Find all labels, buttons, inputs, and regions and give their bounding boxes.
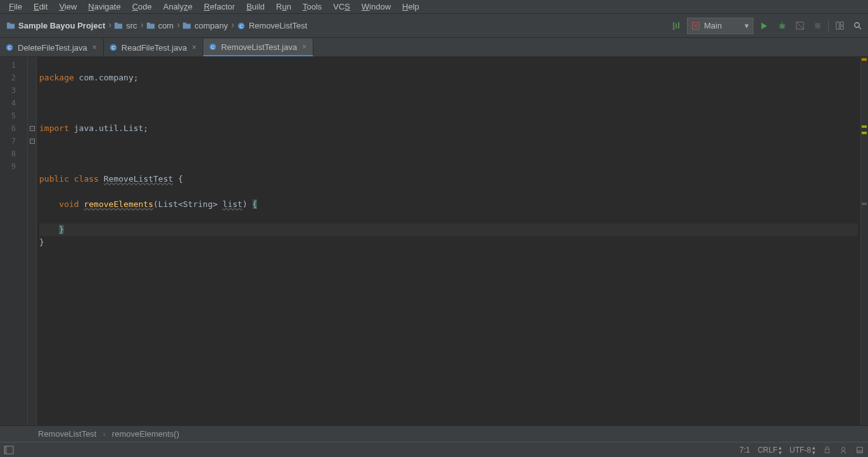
brace-highlight: {: [253, 199, 258, 209]
crumb-src[interactable]: src: [111, 18, 143, 34]
menu-code[interactable]: Code: [127, 1, 157, 13]
svg-rect-7: [183, 22, 186, 24]
code-text: ): [242, 199, 253, 209]
code-editor[interactable]: package com.company; import java.util.Li…: [37, 57, 860, 425]
svg-point-27: [841, 447, 845, 450]
tab-label: ReadFileTest.java: [122, 43, 187, 53]
fold-gutter[interactable]: − −: [28, 57, 37, 425]
menu-file[interactable]: File: [4, 1, 27, 13]
svg-rect-29: [857, 450, 863, 453]
project-structure-button[interactable]: [833, 19, 846, 33]
project-icon: [6, 22, 15, 30]
menu-bar: File Edit View Navigate Code Analyze Ref…: [0, 0, 868, 14]
crumb-company[interactable]: company: [180, 18, 234, 34]
brace-highlight: }: [59, 225, 64, 234]
tab-removelisttest[interactable]: C RemoveListTest.java ×: [203, 39, 313, 56]
crumb-com[interactable]: com: [144, 18, 180, 34]
editor-area: 1 2 3 4 5 6 7 8 9 − − package com.compan…: [0, 57, 868, 425]
crumb-label: company: [194, 21, 228, 30]
tab-label: DeleteFileTest.java: [18, 43, 87, 53]
menu-run[interactable]: Run: [271, 1, 296, 13]
separator: [828, 20, 829, 32]
svg-rect-14: [836, 22, 839, 29]
crumb-label: com: [158, 21, 174, 30]
tab-label: RemoveListTest.java: [221, 42, 297, 52]
breadcrumb-method[interactable]: removeElements(): [112, 429, 179, 439]
file-encoding[interactable]: UTF-8▴▾: [789, 445, 815, 455]
close-icon[interactable]: ×: [191, 43, 198, 52]
close-icon[interactable]: ×: [301, 42, 308, 51]
code-breadcrumb: RemoveListTest › removeElements(): [0, 425, 868, 442]
update-project-icon[interactable]: [669, 19, 683, 33]
menu-vcs[interactable]: VCS: [328, 1, 355, 13]
line-separator[interactable]: CRLF▴▾: [758, 445, 782, 455]
error-stripe[interactable]: [860, 57, 868, 425]
menu-refactor[interactable]: Refactor: [199, 1, 240, 13]
line-number: 8: [0, 147, 27, 160]
menu-view[interactable]: View: [54, 1, 82, 13]
crumb-project[interactable]: Sample Bayou Project: [4, 18, 111, 34]
svg-rect-25: [4, 446, 7, 454]
stop-button[interactable]: [810, 19, 824, 33]
keyword: package: [39, 73, 74, 82]
code-text: (: [153, 199, 158, 209]
svg-rect-1: [7, 22, 10, 24]
line-number: 4: [0, 97, 27, 110]
caret-position[interactable]: 7:1: [739, 446, 750, 454]
line-number: 2: [0, 72, 27, 84]
warning-marker[interactable]: [862, 58, 867, 61]
crumb-file[interactable]: C RemoveListTest: [234, 18, 313, 34]
fold-toggle-icon[interactable]: −: [30, 139, 35, 144]
editor-tabs: C DeleteFileTest.java × C ReadFileTest.j…: [0, 38, 868, 57]
run-config-selector[interactable]: Main ▾: [687, 18, 753, 34]
folder-icon: [114, 22, 123, 30]
breadcrumb-class[interactable]: RemoveListTest: [38, 429, 96, 439]
svg-text:C: C: [8, 45, 11, 51]
menu-help[interactable]: Help: [397, 1, 424, 13]
fold-toggle-icon[interactable]: −: [30, 126, 35, 131]
warning-marker[interactable]: [862, 125, 867, 128]
crumb-label: RemoveListTest: [249, 21, 307, 30]
line-number: 7: [0, 135, 27, 147]
toolbar-actions: Main ▾: [669, 18, 864, 34]
svg-rect-0: [7, 23, 15, 28]
run-button[interactable]: [757, 19, 771, 33]
line-number-gutter[interactable]: 1 2 3 4 5 6 7 8 9: [0, 57, 28, 425]
close-icon[interactable]: ×: [91, 43, 98, 52]
menu-build[interactable]: Build: [241, 1, 270, 13]
menu-analyze[interactable]: Analyze: [158, 1, 198, 13]
svg-rect-15: [840, 22, 843, 25]
folder-icon: [146, 22, 155, 30]
java-class-icon: C: [237, 22, 246, 30]
class-name: RemoveListTest: [104, 174, 173, 184]
warning-marker[interactable]: [862, 132, 867, 134]
svg-rect-26: [825, 449, 829, 453]
menu-navigate[interactable]: Navigate: [83, 1, 125, 13]
info-marker[interactable]: [862, 203, 867, 205]
line-number: 3: [0, 84, 27, 97]
java-class-icon: C: [5, 43, 14, 52]
code-text: }: [39, 237, 44, 247]
svg-rect-16: [840, 26, 843, 29]
svg-rect-3: [115, 22, 118, 24]
memory-indicator-icon[interactable]: [855, 446, 864, 454]
menu-edit[interactable]: Edit: [28, 1, 53, 13]
tab-readfiletest[interactable]: C ReadFileTest.java ×: [104, 39, 203, 56]
readonly-toggle-icon[interactable]: [823, 446, 831, 454]
hector-icon[interactable]: [839, 446, 848, 454]
coverage-button[interactable]: [793, 19, 807, 33]
status-bar: 7:1 CRLF▴▾ UTF-8▴▾: [0, 442, 868, 457]
svg-rect-4: [147, 23, 154, 28]
sort-icon: ▴▾: [779, 445, 782, 455]
tab-deletefiletest[interactable]: C DeleteFileTest.java ×: [0, 39, 104, 56]
chevron-right-icon: ›: [99, 429, 109, 439]
menu-tools[interactable]: Tools: [298, 1, 327, 13]
keyword: class: [74, 174, 99, 184]
debug-button[interactable]: [775, 19, 789, 33]
code-text: {: [173, 174, 183, 184]
tool-window-toggle-icon[interactable]: [4, 445, 14, 455]
search-everywhere-button[interactable]: [850, 19, 864, 33]
menu-window[interactable]: Window: [356, 1, 396, 13]
keyword: public: [39, 174, 69, 184]
keyword: void: [59, 199, 79, 209]
